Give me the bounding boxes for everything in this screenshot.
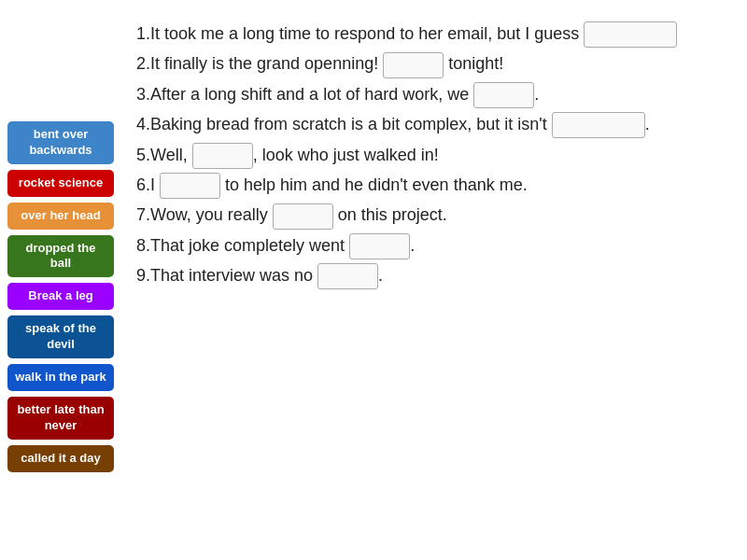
drag-item-called-it-a-day[interactable]: called it a day	[7, 445, 114, 472]
blank-9[interactable]	[317, 263, 378, 289]
sentence-line-6: 6.I to help him and he didn't even thank…	[136, 170, 725, 200]
drag-item-better-late-than-never[interactable]: better late than never	[7, 397, 114, 440]
sentence-line-3: 3.After a long shift and a lot of hard w…	[136, 79, 725, 109]
sentence-line-8: 8.That joke completely went .	[136, 231, 725, 260]
sentence-line-9: 9.That interview was no .	[136, 260, 725, 290]
blank-5[interactable]	[192, 143, 253, 169]
drag-item-speak-of-the-devil[interactable]: speak of the devil	[7, 315, 114, 358]
blank-6[interactable]	[160, 173, 220, 199]
sentence-line-5: 5.Well, , look who just walked in!	[136, 140, 725, 170]
sidebar: bent over backwardsrocket scienceover he…	[0, 112, 121, 560]
sentence-line-7: 7.Wow, you really on this project.	[136, 200, 725, 230]
blank-3[interactable]	[473, 82, 534, 108]
sentence-line-4: 4.Baking bread from scratch is a bit com…	[136, 109, 725, 139]
drag-item-over-her-head[interactable]: over her head	[7, 203, 114, 230]
drag-item-dropped-the-ball[interactable]: dropped the ball	[7, 235, 114, 278]
sentence-line-1: 1.It took me a long time to respond to h…	[136, 19, 725, 49]
blank-7[interactable]	[273, 203, 333, 230]
drag-item-break-a-leg[interactable]: Break a leg	[7, 283, 114, 310]
drag-item-walk-in-the-park[interactable]: walk in the park	[7, 364, 114, 391]
main-content: 1.It took me a long time to respond to h…	[121, 0, 747, 560]
blank-1[interactable]	[584, 21, 677, 48]
blank-2[interactable]	[383, 52, 444, 78]
blank-4[interactable]	[552, 112, 645, 138]
blank-8[interactable]	[349, 233, 410, 259]
sentence-line-2: 2.It finally is the grand openning! toni…	[136, 49, 725, 78]
drag-item-bent-over-backwards[interactable]: bent over backwards	[7, 121, 114, 164]
drag-item-rocket-science[interactable]: rocket science	[7, 170, 114, 197]
